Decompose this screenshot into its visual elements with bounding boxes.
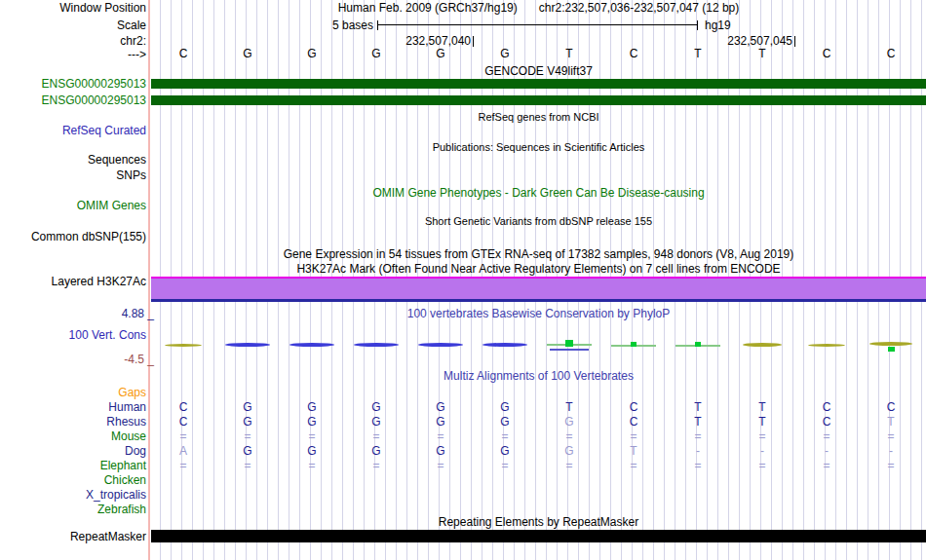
phylop-max-value: 4.88 _: [0, 308, 154, 320]
multiz-cell: =: [794, 429, 859, 444]
multiz-cell: T: [730, 400, 794, 415]
multiz-cell: T: [601, 444, 666, 459]
phylop-mark: [565, 340, 573, 347]
multiz-cell: =: [408, 459, 473, 473]
multiz-cell: =: [344, 429, 408, 444]
phylop-mark: [289, 343, 334, 347]
gencode-item-label[interactable]: ENSG00000295013: [0, 78, 146, 91]
phylop-mark: [482, 343, 527, 347]
base-letter: T: [730, 48, 794, 60]
phylop-label[interactable]: 100 Vert. Cons: [0, 329, 146, 342]
multiz-cell: G: [344, 444, 408, 459]
base-letter: C: [151, 48, 215, 60]
repeatmasker-element-bar[interactable]: [151, 530, 926, 542]
assembly-tag: hg19: [705, 19, 731, 32]
window-position-label: Window Position: [0, 2, 146, 15]
multiz-cell: =: [408, 429, 473, 444]
snps-label[interactable]: SNPs: [0, 169, 146, 182]
multiz-cell: =: [666, 429, 730, 444]
multiz-cell: G: [344, 400, 408, 415]
phylop-min-value: -4.5 _: [0, 354, 154, 366]
gencode-item-label[interactable]: ENSG00000295013: [0, 94, 146, 107]
window-position-title: Human Feb. 2009 (GRCh37/hg19) chr2:232,5…: [151, 2, 926, 15]
multiz-cell: T: [537, 400, 601, 415]
gencode-gene-bar[interactable]: [151, 95, 926, 105]
phylop-track-title: 100 vertebrates Basewise Conservation by…: [151, 308, 926, 320]
multiz-species-label[interactable]: Chicken: [0, 473, 146, 488]
phylop-mark: [418, 343, 463, 347]
base-letter: G: [408, 48, 473, 60]
multiz-species-label[interactable]: Human: [0, 400, 146, 415]
ruler-tick: [473, 36, 474, 47]
multiz-cell: G: [280, 415, 344, 429]
multiz-cell: =: [473, 429, 537, 444]
phylop-mark: [888, 347, 895, 352]
multiz-cell: G: [344, 415, 408, 429]
multiz-cell: G: [408, 415, 473, 429]
multiz-cell: -: [730, 444, 794, 459]
multiz-cell: C: [794, 400, 859, 415]
h3k27ac-signal-bar[interactable]: [151, 277, 926, 302]
omim-track-title: OMIM Gene Phenotypes - Dark Green Can Be…: [151, 187, 926, 200]
multiz-cell: T: [859, 415, 923, 429]
multiz-species-label[interactable]: Dog: [0, 444, 146, 459]
multiz-species-label[interactable]: Zebrafish: [0, 503, 146, 517]
multiz-cell: G: [215, 444, 280, 459]
phylop-mark: [695, 342, 701, 347]
base-letter: G: [215, 48, 280, 60]
base-letter: G: [473, 48, 537, 60]
phylop-mark: [165, 344, 202, 347]
track-gutter-divider: [148, 0, 150, 560]
gencode-gene-bar[interactable]: [151, 79, 926, 89]
phylop-mark: [808, 344, 845, 347]
position-range: chr2:232,507,036-232,507,047 (12 bp): [539, 2, 740, 15]
multiz-cell: G: [537, 415, 601, 429]
dbsnp-label[interactable]: Common dbSNP(155): [0, 231, 146, 243]
multiz-cell: G: [537, 444, 601, 459]
multiz-cell: C: [794, 415, 859, 429]
h3k27ac-track-title: H3K27Ac Mark (Often Found Near Active Re…: [151, 263, 926, 276]
omim-genes-label[interactable]: OMIM Genes: [0, 200, 146, 212]
base-letter: C: [859, 48, 923, 60]
multiz-cell: G: [473, 400, 537, 415]
scale-value: 5 bases: [151, 19, 373, 32]
base-letter: C: [601, 48, 666, 60]
multiz-cell: =: [215, 459, 280, 473]
phylop-mark: [631, 342, 637, 347]
multiz-cell: -: [859, 444, 923, 459]
ruler-number: 232,507,045: [668, 35, 792, 47]
multiz-cell: T: [666, 415, 730, 429]
multiz-species-label[interactable]: Elephant: [0, 459, 146, 473]
phylop-mark: [550, 349, 589, 351]
multiz-cell: G: [473, 415, 537, 429]
multiz-cell: =: [151, 459, 215, 473]
multiz-species-label[interactable]: X_tropicalis: [0, 488, 146, 503]
chrom-label: chr2:: [0, 35, 146, 48]
phylop-mark: [354, 343, 399, 347]
multiz-cell: =: [344, 459, 408, 473]
gencode-track-title: GENCODE V49lift37: [151, 65, 926, 78]
sequences-label[interactable]: Sequences: [0, 154, 146, 167]
base-letter: T: [666, 48, 730, 60]
refseq-track-title: RefSeq genes from NCBI: [151, 111, 926, 124]
multiz-cell: G: [280, 444, 344, 459]
assembly-title: Human Feb. 2009 (GRCh37/hg19): [338, 2, 518, 15]
multiz-cell: =: [537, 459, 601, 473]
repeatmasker-label[interactable]: RepeatMasker: [0, 531, 146, 543]
multiz-cell: =: [280, 429, 344, 444]
multiz-cell: G: [408, 400, 473, 415]
multiz-cell: G: [280, 400, 344, 415]
multiz-species-label[interactable]: Rhesus: [0, 415, 146, 429]
h3k27ac-label[interactable]: Layered H3K27Ac: [0, 276, 146, 288]
multiz-cell: G: [408, 444, 473, 459]
multiz-cell: G: [215, 415, 280, 429]
multiz-species-label[interactable]: Mouse: [0, 429, 146, 444]
multiz-species-label[interactable]: Gaps: [0, 386, 146, 400]
multiz-cell: =: [537, 429, 601, 444]
multiz-cell: -: [794, 444, 859, 459]
multiz-cell: T: [730, 415, 794, 429]
scale-bar: [377, 20, 698, 30]
multiz-cell: T: [666, 400, 730, 415]
genome-browser-image: Window Position Scale chr2: ---> Human F…: [0, 0, 926, 560]
refseq-curated-label[interactable]: RefSeq Curated: [0, 125, 146, 137]
